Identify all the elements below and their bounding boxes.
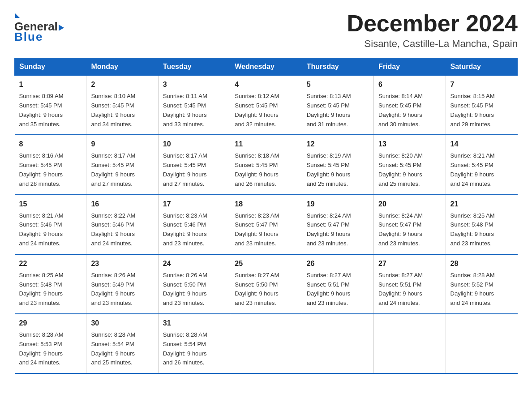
day-number: 2 (91, 79, 153, 90)
calendar-cell: 27Sunrise: 8:27 AMSunset: 5:51 PMDayligh… (374, 254, 446, 314)
day-info: Sunrise: 8:21 AMSunset: 5:46 PMDaylight:… (19, 211, 82, 248)
day-info: Sunrise: 8:15 AMSunset: 5:45 PMDaylight:… (450, 92, 513, 129)
day-number: 6 (378, 79, 441, 90)
day-info: Sunrise: 8:14 AMSunset: 5:45 PMDaylight:… (378, 92, 441, 129)
logo: General Blue (14, 11, 64, 44)
calendar-week-row: 1Sunrise: 8:09 AMSunset: 5:45 PMDaylight… (15, 76, 518, 135)
day-number: 28 (450, 258, 513, 269)
day-number: 7 (450, 79, 513, 90)
day-number: 14 (450, 139, 513, 150)
day-info: Sunrise: 8:10 AMSunset: 5:45 PMDaylight:… (91, 92, 153, 129)
day-number: 31 (163, 318, 225, 329)
day-number: 24 (163, 258, 225, 269)
day-number: 23 (91, 258, 153, 269)
day-number: 5 (307, 79, 369, 90)
day-number: 15 (19, 199, 82, 210)
day-number: 30 (91, 318, 153, 329)
calendar-cell (230, 314, 302, 373)
day-number: 1 (19, 79, 82, 90)
calendar-cell: 28Sunrise: 8:28 AMSunset: 5:52 PMDayligh… (446, 254, 517, 314)
day-number: 9 (91, 139, 153, 150)
logo-blue-text: Blue (14, 30, 43, 44)
day-number: 18 (235, 199, 297, 210)
calendar-cell: 26Sunrise: 8:27 AMSunset: 5:51 PMDayligh… (302, 254, 373, 314)
calendar-cell: 22Sunrise: 8:25 AMSunset: 5:48 PMDayligh… (15, 254, 86, 314)
day-number: 13 (378, 139, 441, 150)
day-info: Sunrise: 8:23 AMSunset: 5:46 PMDaylight:… (163, 211, 225, 248)
calendar-week-row: 22Sunrise: 8:25 AMSunset: 5:48 PMDayligh… (15, 254, 518, 314)
weekday-header-row: SundayMondayTuesdayWednesdayThursdayFrid… (15, 58, 518, 76)
logo-triangle-icon (59, 25, 64, 31)
day-info: Sunrise: 8:17 AMSunset: 5:45 PMDaylight:… (91, 151, 153, 188)
day-info: Sunrise: 8:17 AMSunset: 5:45 PMDaylight:… (163, 151, 225, 188)
day-info: Sunrise: 8:16 AMSunset: 5:45 PMDaylight:… (19, 151, 82, 188)
calendar-cell: 25Sunrise: 8:27 AMSunset: 5:50 PMDayligh… (230, 254, 302, 314)
calendar-cell: 8Sunrise: 8:16 AMSunset: 5:45 PMDaylight… (15, 135, 86, 194)
day-info: Sunrise: 8:09 AMSunset: 5:45 PMDaylight:… (19, 92, 82, 129)
day-info: Sunrise: 8:27 AMSunset: 5:51 PMDaylight:… (307, 271, 369, 308)
calendar-cell: 19Sunrise: 8:24 AMSunset: 5:47 PMDayligh… (302, 195, 373, 254)
calendar-cell: 17Sunrise: 8:23 AMSunset: 5:46 PMDayligh… (158, 195, 230, 254)
calendar-cell: 18Sunrise: 8:23 AMSunset: 5:47 PMDayligh… (230, 195, 302, 254)
calendar-week-row: 8Sunrise: 8:16 AMSunset: 5:45 PMDaylight… (15, 135, 518, 194)
day-info: Sunrise: 8:25 AMSunset: 5:48 PMDaylight:… (450, 211, 513, 248)
day-number: 29 (19, 318, 82, 329)
calendar-cell: 2Sunrise: 8:10 AMSunset: 5:45 PMDaylight… (86, 76, 158, 135)
day-number: 19 (307, 199, 369, 210)
calendar-cell: 29Sunrise: 8:28 AMSunset: 5:53 PMDayligh… (15, 314, 86, 373)
calendar-cell: 16Sunrise: 8:22 AMSunset: 5:46 PMDayligh… (86, 195, 158, 254)
day-number: 21 (450, 199, 513, 210)
weekday-header-tuesday: Tuesday (158, 58, 230, 76)
day-info: Sunrise: 8:26 AMSunset: 5:49 PMDaylight:… (91, 271, 153, 308)
day-info: Sunrise: 8:22 AMSunset: 5:46 PMDaylight:… (91, 211, 153, 248)
day-info: Sunrise: 8:25 AMSunset: 5:48 PMDaylight:… (19, 271, 82, 308)
day-info: Sunrise: 8:11 AMSunset: 5:45 PMDaylight:… (163, 92, 225, 129)
title-block: December 2024 Sisante, Castille-La Manch… (347, 11, 518, 50)
page-header: General Blue December 2024 Sisante, Cast… (14, 11, 518, 50)
location-title: Sisante, Castille-La Mancha, Spain (347, 38, 518, 50)
calendar-week-row: 15Sunrise: 8:21 AMSunset: 5:46 PMDayligh… (15, 195, 518, 254)
day-number: 10 (163, 139, 225, 150)
weekday-header-friday: Friday (374, 58, 446, 76)
day-info: Sunrise: 8:13 AMSunset: 5:45 PMDaylight:… (307, 92, 369, 129)
day-info: Sunrise: 8:18 AMSunset: 5:45 PMDaylight:… (235, 151, 297, 188)
calendar-week-row: 29Sunrise: 8:28 AMSunset: 5:53 PMDayligh… (15, 314, 518, 373)
day-number: 11 (235, 139, 297, 150)
day-info: Sunrise: 8:27 AMSunset: 5:51 PMDaylight:… (378, 271, 441, 308)
calendar-cell: 7Sunrise: 8:15 AMSunset: 5:45 PMDaylight… (446, 76, 517, 135)
day-number: 12 (307, 139, 369, 150)
day-info: Sunrise: 8:20 AMSunset: 5:45 PMDaylight:… (378, 151, 441, 188)
day-info: Sunrise: 8:28 AMSunset: 5:54 PMDaylight:… (91, 330, 153, 368)
day-number: 25 (235, 258, 297, 269)
day-number: 16 (91, 199, 153, 210)
day-number: 27 (378, 258, 441, 269)
day-info: Sunrise: 8:27 AMSunset: 5:50 PMDaylight:… (235, 271, 297, 308)
calendar-cell: 12Sunrise: 8:19 AMSunset: 5:45 PMDayligh… (302, 135, 373, 194)
day-number: 17 (163, 199, 225, 210)
calendar-cell: 9Sunrise: 8:17 AMSunset: 5:45 PMDaylight… (86, 135, 158, 194)
calendar-cell: 6Sunrise: 8:14 AMSunset: 5:45 PMDaylight… (374, 76, 446, 135)
day-number: 20 (378, 199, 441, 210)
logo-arrow-icon (15, 13, 20, 18)
day-info: Sunrise: 8:28 AMSunset: 5:54 PMDaylight:… (163, 330, 225, 368)
calendar-cell (446, 314, 517, 373)
calendar-table: SundayMondayTuesdayWednesdayThursdayFrid… (14, 58, 518, 374)
day-info: Sunrise: 8:24 AMSunset: 5:47 PMDaylight:… (378, 211, 441, 248)
day-number: 3 (163, 79, 225, 90)
calendar-cell: 21Sunrise: 8:25 AMSunset: 5:48 PMDayligh… (446, 195, 517, 254)
day-number: 8 (19, 139, 82, 150)
day-info: Sunrise: 8:21 AMSunset: 5:45 PMDaylight:… (450, 151, 513, 188)
calendar-cell: 11Sunrise: 8:18 AMSunset: 5:45 PMDayligh… (230, 135, 302, 194)
calendar-cell: 23Sunrise: 8:26 AMSunset: 5:49 PMDayligh… (86, 254, 158, 314)
calendar-cell: 24Sunrise: 8:26 AMSunset: 5:50 PMDayligh… (158, 254, 230, 314)
calendar-cell: 4Sunrise: 8:12 AMSunset: 5:45 PMDaylight… (230, 76, 302, 135)
day-number: 22 (19, 258, 82, 269)
calendar-cell: 15Sunrise: 8:21 AMSunset: 5:46 PMDayligh… (15, 195, 86, 254)
calendar-cell: 20Sunrise: 8:24 AMSunset: 5:47 PMDayligh… (374, 195, 446, 254)
day-info: Sunrise: 8:12 AMSunset: 5:45 PMDaylight:… (235, 92, 297, 129)
day-info: Sunrise: 8:19 AMSunset: 5:45 PMDaylight:… (307, 151, 369, 188)
day-info: Sunrise: 8:24 AMSunset: 5:47 PMDaylight:… (307, 211, 369, 248)
day-info: Sunrise: 8:28 AMSunset: 5:53 PMDaylight:… (19, 330, 82, 368)
day-number: 4 (235, 79, 297, 90)
day-info: Sunrise: 8:26 AMSunset: 5:50 PMDaylight:… (163, 271, 225, 308)
